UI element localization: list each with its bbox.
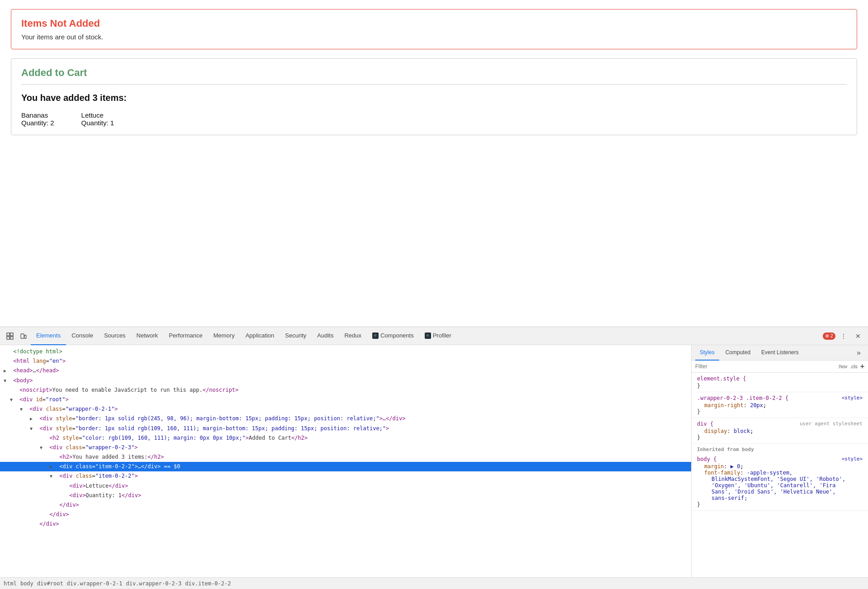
item-name-lettuce: Lettuce bbox=[81, 111, 114, 119]
tab-performance[interactable]: Performance bbox=[163, 327, 208, 345]
spacer4 bbox=[60, 483, 66, 490]
styles-panel: Styles Computed Event Listeners » :hov .… bbox=[692, 345, 868, 577]
filter-hov[interactable]: :hov bbox=[838, 364, 847, 369]
breadcrumb-body[interactable]: body bbox=[20, 580, 33, 587]
prop-val-margin: ▶ 0 bbox=[730, 463, 740, 470]
tab-network[interactable]: Network bbox=[131, 327, 164, 345]
style-prop-margin: margin: ▶ 0; bbox=[697, 463, 863, 470]
tab-elements[interactable]: Elements bbox=[31, 327, 66, 345]
item-qty-lettuce: Quantity: 1 bbox=[81, 119, 114, 127]
svg-rect-3 bbox=[10, 337, 13, 339]
styles-tab-more[interactable]: » bbox=[853, 347, 864, 359]
styles-tab-styles[interactable]: Styles bbox=[695, 345, 719, 361]
filter-cls[interactable]: .cls bbox=[850, 364, 858, 369]
html-line-success-div[interactable]: ▼ <div style="border: 1px solid rgb(109,… bbox=[0, 424, 691, 433]
source-wrapper-item[interactable]: <style> bbox=[842, 395, 863, 401]
inspect-element-button[interactable] bbox=[4, 330, 16, 342]
tab-audits[interactable]: Audits bbox=[312, 327, 339, 345]
alert-title: Items Not Added bbox=[21, 18, 847, 29]
attr-class-w1-val: "wrapper-0-2-1" bbox=[66, 406, 114, 412]
attr-lang: lang bbox=[33, 358, 46, 364]
html-line-close-success[interactable]: </div> bbox=[0, 519, 691, 529]
devtools-tab-bar: Elements Console Sources Network Perform… bbox=[31, 327, 822, 345]
html-tag: <html bbox=[13, 358, 29, 364]
attr-style-success-val: "border: 1px solid rgb(109, 160, 111); m… bbox=[76, 425, 386, 432]
html-line-h2-items[interactable]: <h2>You have added 3 items:</h2> bbox=[0, 452, 691, 462]
style-close-body: } bbox=[697, 501, 863, 508]
html-line-alert-div[interactable]: ▶ <div style="border: 1px solid rgb(245,… bbox=[0, 414, 691, 423]
html-line-doctype[interactable]: <!doctype html> bbox=[0, 347, 691, 356]
tab-components[interactable]: ⚛ Components bbox=[367, 327, 419, 345]
html-line-qty[interactable]: <div>Quantity: 1</div> bbox=[0, 491, 691, 500]
prop-name-display: display bbox=[704, 428, 727, 434]
prop-name-margin-right: margin-right bbox=[704, 402, 744, 408]
html-line-close-wrapper3[interactable]: </div> bbox=[0, 510, 691, 519]
attr-id-val: "root" bbox=[46, 396, 65, 403]
tab-sources[interactable]: Sources bbox=[99, 327, 131, 345]
svg-rect-0 bbox=[7, 333, 9, 336]
tab-console[interactable]: Console bbox=[66, 327, 99, 345]
styles-content[interactable]: element.style { } .wrapper-0-2-3 .item-0… bbox=[692, 373, 868, 577]
triangle-item-sel[interactable]: ▶ bbox=[50, 463, 56, 470]
selector-div: div { bbox=[697, 421, 713, 427]
attr-id: id bbox=[36, 396, 42, 403]
filter-add-button[interactable]: + bbox=[860, 362, 864, 370]
attr-style-success: style bbox=[56, 425, 72, 432]
html-line-item-2[interactable]: ▼ <div class="item-0-2-2"> bbox=[0, 471, 691, 481]
tab-redux[interactable]: Redux bbox=[339, 327, 367, 345]
devtools-panel: Elements Console Sources Network Perform… bbox=[0, 327, 868, 589]
html-line-div-root[interactable]: ▼ <div id="root"> bbox=[0, 395, 691, 404]
html-line-head[interactable]: ▶ <head>…</head> bbox=[0, 366, 691, 375]
prop-name-margin: margin bbox=[704, 463, 724, 470]
triangle-w3[interactable]: ▼ bbox=[40, 444, 46, 451]
root-tag: <div bbox=[19, 396, 33, 403]
spacer bbox=[10, 387, 16, 394]
html-line-body[interactable]: ▼ <body> bbox=[0, 376, 691, 385]
cart-item-lettuce: Lettuce Quantity: 1 bbox=[81, 111, 114, 127]
tab-security[interactable]: Security bbox=[280, 327, 312, 345]
triangle-root[interactable]: ▼ bbox=[10, 396, 16, 404]
breadcrumb-wrapper3[interactable]: div.wrapper-0-2-3 bbox=[126, 580, 181, 587]
breadcrumb-wrapper1[interactable]: div.wrapper-0-2-1 bbox=[67, 580, 123, 587]
doctype-comment: <!doctype html> bbox=[13, 348, 62, 355]
breadcrumb-root[interactable]: div#root bbox=[37, 580, 63, 587]
html-line-html[interactable]: <html lang="en"> bbox=[0, 356, 691, 366]
success-title: Added to Cart bbox=[21, 67, 847, 79]
source-body[interactable]: <style> bbox=[842, 456, 863, 462]
tab-application[interactable]: Application bbox=[240, 327, 280, 345]
styles-filter-input[interactable] bbox=[695, 363, 835, 370]
triangle-success[interactable]: ▼ bbox=[30, 425, 36, 432]
spacer2 bbox=[40, 435, 46, 442]
triangle-w1[interactable]: ▼ bbox=[20, 406, 26, 413]
success-box: Added to Cart You have added 3 items: Ba… bbox=[11, 58, 857, 135]
devtools-toolbar: Elements Console Sources Network Perform… bbox=[0, 327, 868, 345]
html-line-close-item[interactable]: </div> bbox=[0, 500, 691, 510]
html-line-wrapper-3[interactable]: ▼ <div class="wrapper-0-2-3"> bbox=[0, 443, 691, 452]
more-options-button[interactable]: ⋮ bbox=[837, 330, 850, 342]
html-line-wrapper-1[interactable]: ▼ <div class="wrapper-0-2-1"> bbox=[0, 404, 691, 414]
html-line-noscript[interactable]: <noscript>You need to enable JavaScript … bbox=[0, 385, 691, 395]
error-badge: ⊗ 2 bbox=[823, 332, 835, 340]
device-toggle-button[interactable] bbox=[17, 330, 30, 342]
triangle-body[interactable]: ▼ bbox=[4, 377, 10, 385]
html-line-h2-added[interactable]: <h2 style="color: rgb(109, 160, 111); ma… bbox=[0, 433, 691, 443]
elements-panel[interactable]: <!doctype html> <html lang="en"> ▶ <head… bbox=[0, 345, 692, 577]
breadcrumb-item-022[interactable]: div.item-0-2-2 bbox=[185, 580, 231, 587]
close-devtools-button[interactable]: ✕ bbox=[852, 330, 864, 342]
wrapper1-tag: <div bbox=[29, 406, 43, 412]
breadcrumb-html[interactable]: html bbox=[4, 580, 17, 587]
triangle-collapsed[interactable]: ▶ bbox=[4, 367, 10, 375]
triangle-item2[interactable]: ▼ bbox=[50, 473, 56, 480]
styles-tab-computed[interactable]: Computed bbox=[721, 345, 755, 361]
triangle-alert[interactable]: ▶ bbox=[30, 415, 36, 423]
prop-val-margin-right: 20px bbox=[750, 402, 763, 408]
tab-profiler[interactable]: ⚛ Profiler bbox=[419, 327, 457, 345]
html-line-lettuce[interactable]: <div>Lettuce</div> bbox=[0, 481, 691, 491]
selector-body: body { bbox=[697, 456, 716, 462]
alert-div-tag: <div bbox=[39, 415, 52, 422]
svg-rect-4 bbox=[21, 334, 24, 338]
html-line-item-selected[interactable]: ▶ <div class="item-0-2-2">…</div> == $0 bbox=[0, 462, 691, 471]
tab-memory[interactable]: Memory bbox=[208, 327, 240, 345]
styles-tab-event-listeners[interactable]: Event Listeners bbox=[757, 345, 803, 361]
spacer5 bbox=[60, 492, 66, 499]
